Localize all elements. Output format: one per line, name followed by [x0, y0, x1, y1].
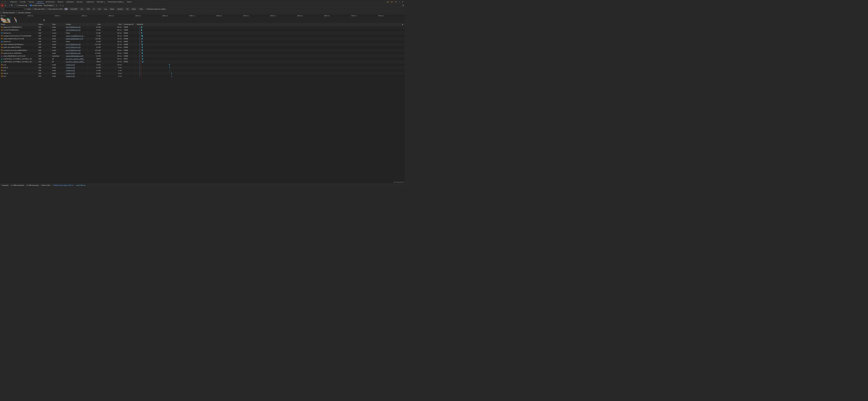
initiator-link[interactable]: esl-d776bfb1aa.js:33	[66, 29, 80, 31]
errors-badge[interactable]: ■ 6	[390, 1, 394, 3]
table-row[interactable]: JSaging-tools-35648b2e67.js200scriptesl-…	[0, 26, 405, 29]
third-party-checkbox[interactable]: 3rd-party requests	[16, 11, 31, 13]
type-filter-wasm[interactable]: Wasm	[131, 8, 137, 10]
inspect-element-icon[interactable]: ⟐	[1, 1, 3, 3]
warnings-badge[interactable]: ▲ 5	[386, 1, 390, 3]
table-row[interactable]: JSjs.js200scriptcontent.js:321.3 kB2 ms	[0, 75, 405, 78]
type-filter-manifest[interactable]: Manifest	[116, 8, 124, 10]
type-filter-other[interactable]: Other	[138, 8, 144, 10]
tab-lighthouse[interactable]: Lighthouse	[85, 0, 96, 4]
type-filter-media[interactable]: Media	[109, 8, 115, 10]
column-connection-id[interactable]: Connection ID	[123, 23, 136, 26]
blocked-requests-checkbox[interactable]: Blocked requests	[1, 11, 15, 13]
table-row[interactable]: {}ubase-89d6b96e41.css?v=md5200styleshee…	[0, 55, 405, 58]
cell-type: script	[51, 34, 65, 37]
initiator-link[interactable]: esl-d776bfb1aa.js:33	[66, 44, 80, 45]
column-waterfall[interactable]: Waterfall▲	[136, 23, 405, 26]
watermark: CSDN @田本初123	[394, 182, 404, 183]
disable-cache-checkbox[interactable]: ✓ Disable cache	[30, 4, 42, 6]
tab-performance-insights[interactable]: Performance insights △	[106, 0, 126, 4]
filter-input[interactable]	[1, 8, 24, 10]
search-icon[interactable]: 🔍	[11, 4, 13, 6]
file-name: aging-tools-35648b2e67.js	[3, 26, 22, 28]
initiator-link[interactable]: esl-d776bfb1aa.js:33	[66, 49, 80, 51]
initiator-link[interactable]: all_async_search_cd484…	[66, 61, 85, 63]
close-devtools-icon[interactable]: ✕	[401, 1, 404, 3]
table-row[interactable]: JSdom.js200scriptcontent.js:322.0 kB2 ms	[0, 66, 405, 69]
initiator-link[interactable]: content.js:32	[66, 69, 75, 71]
cell-size: 2.2 kB	[88, 32, 102, 34]
column-size[interactable]: Size	[88, 23, 102, 26]
table-row[interactable]: JSdom.js200scriptcontent.js:322.0 kB2 ms	[0, 72, 405, 75]
table-row[interactable]: JSaging-tools-pc_63487d8.js200scriptesl-…	[0, 52, 405, 55]
initiator-link[interactable]: sbase-65630eb62e.js:79	[66, 55, 83, 57]
initiator-link[interactable]: content.js:32	[66, 75, 75, 77]
table-row[interactable]: JSubase-dddde7cd4e.js?v=md5200scriptsbas…	[0, 37, 405, 40]
tab-elements[interactable]: Elements	[9, 0, 18, 4]
table-row[interactable]: JSjs.js200scriptcontent.js:321.3 kB19 ms	[0, 63, 405, 66]
type-filter-font[interactable]: Font	[97, 8, 102, 10]
tab-console[interactable]: Console	[18, 0, 27, 4]
column-type[interactable]: Type	[51, 23, 65, 26]
throttling-select[interactable]: No throttling ▾	[43, 4, 55, 6]
tab-security[interactable]: Security	[75, 0, 84, 4]
column-time[interactable]: Time	[101, 23, 123, 26]
clear-icon[interactable]: ⊘	[5, 4, 6, 6]
network-settings-gear-icon[interactable]: ⚙	[402, 4, 404, 6]
table-row[interactable]: JSjs.js200scriptcontent.js:321.3 kB1 ms	[0, 69, 405, 72]
table-header[interactable]: NameStatusTypeInitiatorSizeTimeConnectio…	[0, 23, 405, 26]
waterfall-bar	[141, 27, 142, 28]
table-row[interactable]: ▦w.gif?q=&rsv_ct=175&rsv_cst=2&rsv_clk…2…	[0, 58, 405, 60]
cell-initiator: content.js:32	[65, 75, 88, 78]
hide-extension-urls-checkbox[interactable]: Hide extension URLs	[46, 8, 63, 10]
column-initiator[interactable]: Initiator	[65, 23, 88, 26]
table-row[interactable]: JSwrapper.js?cdnversion=1711423245336…20…	[0, 34, 405, 37]
cell-size: 2.0 kB	[88, 66, 102, 69]
tab-performance[interactable]: Performance	[44, 0, 56, 4]
type-filter-fetchxhr[interactable]: Fetch/XHR	[69, 8, 79, 10]
initiator-link[interactable]: content.js:32	[66, 67, 75, 68]
more-menu-icon[interactable]: ⋮	[398, 1, 401, 3]
table-row[interactable]: JSinvoke-97e9694cb9.js200scriptesl-d776b…	[0, 29, 405, 32]
table-row[interactable]: ◉favicon.ico200x-iconOther2.2 kB24 ms449…	[0, 40, 405, 43]
network-conditions-icon[interactable]: ⧋	[56, 4, 57, 6]
type-filter-all[interactable]: All	[64, 8, 68, 10]
tab-sources[interactable]: Sources	[27, 0, 36, 4]
export-har-icon[interactable]: ⭱	[60, 4, 61, 6]
type-filter-img[interactable]: Img	[103, 8, 108, 10]
column-name[interactable]: Name	[0, 23, 37, 26]
cell-name: JSjs.js	[0, 75, 37, 78]
table-row[interactable]: ▦w.gif?q=&rsv_ct=175&rsv_cst=4&rsv_clk…2…	[0, 60, 405, 63]
table-row[interactable]: ◉favicon.ico200x-iconOther2.2 kB24 ms449…	[0, 32, 405, 34]
type-filter-ws[interactable]: WS	[125, 8, 130, 10]
initiator-link[interactable]: esl-d776bfb1aa.js:33	[66, 52, 80, 54]
import-har-icon[interactable]: ⭳	[63, 4, 64, 6]
settings-gear-icon[interactable]: ⚙	[395, 1, 397, 3]
initiator-link[interactable]: esl-d776bfb1aa.js:33	[66, 46, 80, 48]
type-filter-doc[interactable]: Doc	[79, 8, 85, 10]
tab-recorder[interactable]: Recorder △	[95, 0, 106, 4]
type-filter-css[interactable]: CSS	[85, 8, 91, 10]
hide-data-urls-checkbox[interactable]: Hide data URLs	[32, 8, 45, 10]
record-button[interactable]	[1, 4, 4, 7]
preserve-log-checkbox[interactable]: Preserve log	[16, 4, 27, 6]
device-toggle-icon[interactable]: ▭	[4, 1, 6, 3]
blocked-cookies-checkbox[interactable]: Blocked response cookies	[145, 8, 165, 10]
filter-funnel-icon[interactable]: ▽	[9, 4, 10, 6]
initiator-link[interactable]: all_async_search_cd484…	[66, 58, 85, 60]
initiator-link[interactable]: jquery-1-edb203c114.10.…	[66, 35, 85, 37]
initiator-link[interactable]: sbase-65630eb62e.js:79	[66, 38, 83, 39]
initiator-link[interactable]: content.js:32	[66, 72, 75, 74]
type-filter-js[interactable]: JS	[92, 8, 96, 10]
invert-checkbox[interactable]: Invert	[25, 8, 31, 10]
initiator-link[interactable]: content.js:32	[66, 64, 75, 66]
table-row[interactable]: JSvideo-meeting-1be7f62dac.js200scriptes…	[0, 43, 405, 46]
tab-memory[interactable]: Memory	[56, 0, 65, 4]
table-row[interactable]: JSguide_tips-d9e617f782.js200scriptesl-d…	[0, 46, 405, 49]
initiator-link[interactable]: esl-d776bfb1aa.js:33	[66, 26, 80, 28]
column-status[interactable]: Status	[37, 23, 51, 26]
tab-network[interactable]: Network	[36, 0, 44, 4]
tab-application[interactable]: Application	[65, 0, 75, 4]
tab-redux[interactable]: Redux	[126, 0, 133, 4]
table-row[interactable]: JSai-search-box-entry-ea20fec552.js200sc…	[0, 49, 405, 52]
